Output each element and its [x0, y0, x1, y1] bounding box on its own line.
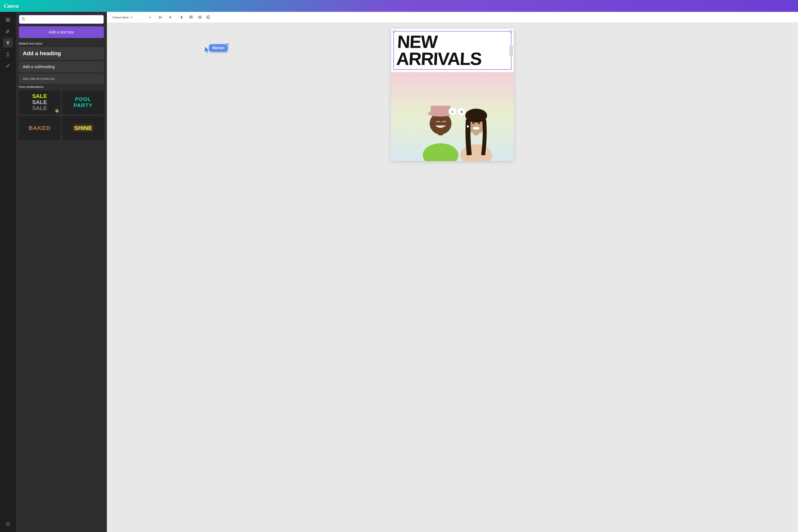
tooltip-bubble: Marion: [209, 44, 228, 52]
plus-icon: [169, 16, 172, 19]
font-combinations-section: Font combinations SALE SALE SALE 👑 POOL …: [19, 85, 104, 140]
svg-line-15: [24, 19, 25, 20]
tooltip-dot: [226, 43, 229, 46]
svg-point-25: [198, 17, 199, 18]
canva-logo[interactable]: Canva: [4, 3, 19, 9]
sidebar-item-elements[interactable]: [3, 26, 13, 36]
font-combo-sale[interactable]: SALE SALE SALE 👑: [19, 91, 60, 114]
list-icon: [198, 16, 202, 19]
left-sidebar: T: [0, 12, 16, 177]
font-size-decrease-button[interactable]: [147, 14, 154, 21]
sidebar-item-upload[interactable]: [3, 49, 13, 59]
search-icon: [22, 17, 25, 22]
bullet-list-button[interactable]: [196, 14, 203, 21]
font-size-input[interactable]: [155, 15, 165, 20]
subheading-text: Add a subheading: [23, 64, 55, 69]
line-spacing-button[interactable]: [205, 14, 212, 21]
svg-rect-0: [6, 18, 8, 20]
sidebar-item-grid[interactable]: [3, 15, 13, 25]
tooltip-container: Marion: [204, 42, 228, 54]
heading-text: Add a heading: [23, 50, 61, 56]
main-canvas-area: Canva Sans: [107, 12, 266, 177]
spacing-icon: [206, 16, 210, 19]
add-subheading-item[interactable]: Add a subheading: [19, 61, 104, 72]
svg-point-4: [6, 32, 7, 33]
sidebar-item-text[interactable]: T: [3, 38, 13, 48]
dropdown-arrow-icon: [130, 16, 133, 19]
font-size-increase-button[interactable]: [167, 14, 174, 21]
font-combos-grid: SALE SALE SALE 👑 POOL PARTY BAKED SHINE: [19, 91, 104, 140]
add-body-item[interactable]: Add a little bit of body text: [19, 74, 104, 84]
divider-1: [144, 14, 144, 20]
default-styles-label: Default text styles: [19, 42, 104, 45]
baked-text-block: BAKED: [28, 125, 51, 131]
font-name: Canva Sans: [112, 16, 129, 19]
text-style-button[interactable]: [179, 14, 186, 21]
add-text-box-button[interactable]: Add a text box: [19, 26, 104, 38]
font-combo-shine[interactable]: SHINE: [62, 116, 104, 140]
top-header: Canva: [0, 0, 266, 12]
search-container: [19, 15, 104, 24]
shine-text-block: SHINE: [74, 125, 92, 131]
canvas-toolbar: Canva Sans: [107, 12, 266, 23]
search-input[interactable]: [19, 15, 104, 24]
minus-icon: [149, 16, 152, 19]
pool-party-text-block: POOL PARTY: [74, 96, 93, 109]
svg-rect-1: [8, 18, 10, 20]
divider-2: [176, 14, 176, 20]
circle-half-icon: [180, 15, 184, 19]
add-heading-item[interactable]: Add a heading: [19, 47, 104, 60]
font-combinations-label: Font combinations: [19, 85, 104, 89]
body-text: Add a little bit of body text: [23, 77, 54, 80]
svg-rect-2: [6, 20, 8, 22]
canvas-content: NEWARRIVALS: [107, 23, 266, 177]
align-icon: [189, 16, 193, 19]
premium-badge-sale: 👑: [55, 109, 59, 113]
svg-point-23: [198, 16, 199, 17]
sidebar-item-draw[interactable]: [3, 61, 13, 71]
svg-rect-3: [8, 20, 10, 22]
text-align-button[interactable]: [187, 14, 194, 21]
svg-point-27: [198, 18, 199, 19]
font-combo-pool-party[interactable]: POOL PARTY: [62, 91, 104, 114]
tooltip-name: Marion: [212, 46, 224, 50]
font-combo-baked[interactable]: BAKED: [19, 116, 60, 140]
sale-text-block: SALE SALE SALE: [32, 93, 47, 111]
text-panel: Add a text box Default text styles Add a…: [16, 12, 107, 177]
font-selector[interactable]: Canva Sans: [110, 14, 141, 20]
